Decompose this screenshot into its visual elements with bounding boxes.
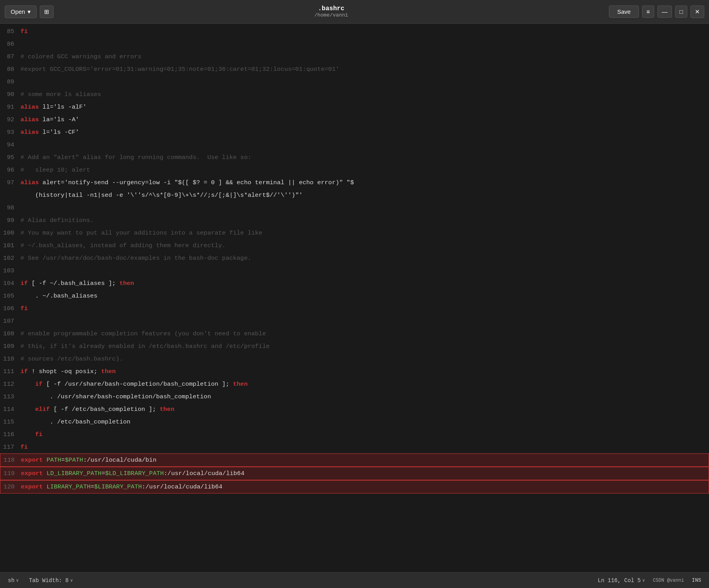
shell-selector[interactable]: sh ∨ xyxy=(8,577,19,584)
code-line-107: 107 xyxy=(0,315,709,327)
line-number: 109 xyxy=(0,340,20,353)
line-number: 86 xyxy=(0,38,20,50)
line-content: # ~/.bash_aliases, instead of adding the… xyxy=(20,239,709,252)
pin-button[interactable]: ⊞ xyxy=(40,6,54,18)
line-number: 96 xyxy=(0,164,20,176)
line-number: 88 xyxy=(0,63,20,76)
line-content: fi xyxy=(20,428,709,441)
line-number: 117 xyxy=(0,441,20,453)
line-number: 93 xyxy=(0,126,20,139)
open-label: Open xyxy=(11,8,25,15)
shell-chevron: ∨ xyxy=(16,578,19,583)
open-button[interactable]: Open ▾ xyxy=(5,6,37,18)
line-content: . /usr/share/bash-completion/bash_comple… xyxy=(20,390,709,403)
line-content: . /etc/bash_completion xyxy=(20,416,709,428)
menu-button[interactable]: ≡ xyxy=(642,6,654,18)
csdn-label: CSDN @vanni xyxy=(653,578,684,583)
tab-width-selector[interactable]: Tab Width: 8 ∨ xyxy=(29,577,72,584)
code-line-108: 108 # enable programmable completion fea… xyxy=(0,327,709,340)
line-number: 119 xyxy=(0,467,21,480)
line-content: #export GCC_COLORS='error=01;31:warning=… xyxy=(20,63,709,76)
titlebar-left: Open ▾ ⊞ xyxy=(5,6,54,18)
code-line-100: 100 # You may want to put all your addit… xyxy=(0,227,709,239)
line-content: elif [ -f /etc/bash_completion ]; then xyxy=(20,403,709,416)
ins-label: INS xyxy=(692,577,701,583)
line-content: # Add an "alert" alias for long running … xyxy=(20,151,709,164)
code-line-85: 85 fi xyxy=(0,25,709,38)
pin-icon: ⊞ xyxy=(44,8,49,15)
line-number: 89 xyxy=(0,76,20,88)
line-content: export LIBRARY_PATH=$LIBRARY_PATH:/usr/l… xyxy=(21,481,709,493)
line-number: 111 xyxy=(0,365,20,378)
line-content: # enable programmable completion feature… xyxy=(20,327,709,340)
line-number: 114 xyxy=(0,403,20,416)
code-line-96: 96 # sleep 10; alert xyxy=(0,164,709,176)
line-content: if [ -f /usr/share/bash-completion/bash_… xyxy=(20,378,709,390)
code-line-86: 86 xyxy=(0,38,709,50)
line-content: # sources /etc/bash.bashrc). xyxy=(20,353,709,365)
code-line-92: 92 alias la='ls -A' xyxy=(0,113,709,126)
save-button[interactable]: Save xyxy=(609,6,639,18)
code-area[interactable]: 85 fi 86 87 # colored GCC warnings and e… xyxy=(0,24,709,572)
code-line-87: 87 # colored GCC warnings and errors xyxy=(0,50,709,63)
code-line-119: 119 export LD_LIBRARY_PATH=$LD_LIBRARY_P… xyxy=(0,467,709,480)
titlebar: Open ▾ ⊞ .bashrc /home/vanni Save ≡ — □ … xyxy=(0,0,709,24)
line-number: 115 xyxy=(0,416,20,428)
line-number: 110 xyxy=(0,353,20,365)
tab-width-label: Tab Width: 8 xyxy=(29,577,69,584)
line-number: 97 xyxy=(0,176,20,189)
line-content: if [ -f ~/.bash_aliases ]; then xyxy=(20,277,709,290)
code-line-91: 91 alias ll='ls -alF' xyxy=(0,101,709,113)
code-line-118: 118 export PATH=$PATH:/usr/local/cuda/bi… xyxy=(0,453,709,467)
code-line-112: 112 if [ -f /usr/share/bash-completion/b… xyxy=(0,378,709,390)
cursor-position: Ln 116, Col 5 ∨ xyxy=(598,577,645,584)
line-number: 94 xyxy=(0,139,20,151)
line-content: export PATH=$PATH:/usr/local/cuda/bin xyxy=(21,454,709,466)
code-line-94: 94 xyxy=(0,139,709,151)
code-line-97: 97 alias alert='notify-send --urgency=lo… xyxy=(0,176,709,202)
code-line-105: 105 . ~/.bash_aliases xyxy=(0,290,709,302)
code-line-109: 109 # this, if it's already enabled in /… xyxy=(0,340,709,353)
code-line-115: 115 . /etc/bash_completion xyxy=(0,416,709,428)
line-number: 103 xyxy=(0,264,20,277)
line-content: fi xyxy=(20,302,709,315)
line-content: if ! shopt -oq posix; then xyxy=(20,365,709,378)
tab-chevron: ∨ xyxy=(70,578,73,583)
line-content: export LD_LIBRARY_PATH=$LD_LIBRARY_PATH:… xyxy=(21,467,709,480)
line-content: # this, if it's already enabled in /etc/… xyxy=(20,340,709,353)
line-content: alias l='ls -CF' xyxy=(20,126,709,139)
line-number: 90 xyxy=(0,88,20,101)
line-number: 120 xyxy=(0,481,21,493)
code-line-104: 104 if [ -f ~/.bash_aliases ]; then xyxy=(0,277,709,290)
line-number: 112 xyxy=(0,378,20,390)
code-line-101: 101 # ~/.bash_aliases, instead of adding… xyxy=(0,239,709,252)
code-line-99: 99 # Alias definitions. xyxy=(0,214,709,227)
line-number: 118 xyxy=(0,454,21,466)
editor-area[interactable]: 85 fi 86 87 # colored GCC warnings and e… xyxy=(0,24,709,572)
code-line-98: 98 xyxy=(0,202,709,214)
line-content: # sleep 10; alert xyxy=(20,164,709,176)
code-line-111: 111 if ! shopt -oq posix; then xyxy=(0,365,709,378)
close-button[interactable]: ✕ xyxy=(690,6,704,18)
line-content: alias la='ls -A' xyxy=(20,113,709,126)
line-number: 85 xyxy=(0,25,20,38)
line-number: 92 xyxy=(0,113,20,126)
line-content: alias alert='notify-send --urgency=low -… xyxy=(20,176,690,202)
code-line-90: 90 # some more ls aliases xyxy=(0,88,709,101)
code-line-95: 95 # Add an "alert" alias for long runni… xyxy=(0,151,709,164)
line-number: 100 xyxy=(0,227,20,239)
statusbar-right: Ln 116, Col 5 ∨ CSDN @vanni INS xyxy=(598,577,701,584)
code-line-113: 113 . /usr/share/bash-completion/bash_co… xyxy=(0,390,709,403)
code-line-103: 103 xyxy=(0,264,709,277)
cursor-label: Ln 116, Col 5 xyxy=(598,577,641,584)
code-line-93: 93 alias l='ls -CF' xyxy=(0,126,709,139)
line-number: 87 xyxy=(0,50,20,63)
code-line-102: 102 # See /usr/share/doc/bash-doc/exampl… xyxy=(0,252,709,264)
shell-label: sh xyxy=(8,577,15,584)
maximize-button[interactable]: □ xyxy=(675,6,687,18)
line-number: 107 xyxy=(0,315,20,327)
minimize-button[interactable]: — xyxy=(657,6,672,18)
file-path: /home/vanni xyxy=(314,12,348,18)
line-number: 102 xyxy=(0,252,20,264)
line-content: # Alias definitions. xyxy=(20,214,709,227)
